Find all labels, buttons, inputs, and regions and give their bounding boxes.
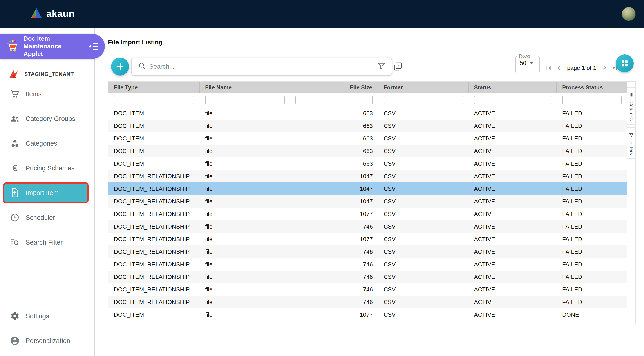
cell-status: ACTIVE — [468, 296, 557, 308]
filter-input-file-name[interactable] — [205, 96, 285, 104]
table-side-panel: Columns Filters — [627, 82, 636, 324]
cell-format: CSV — [378, 182, 468, 195]
cell-file-name: file — [200, 208, 290, 220]
columns-panel-tab[interactable]: Columns — [627, 87, 636, 124]
filter-input-status[interactable] — [474, 96, 551, 104]
column-header-format[interactable]: Format — [378, 82, 468, 93]
table-row[interactable]: DOC_ITEM_RELATIONSHIP file 746 CSV ACTIV… — [108, 245, 627, 258]
filter-input-format[interactable] — [384, 96, 463, 104]
cell-file-type: DOC_ITEM_RELATIONSHIP — [108, 170, 200, 182]
cell-format: CSV — [378, 132, 468, 145]
search-list-icon — [10, 237, 20, 248]
filters-panel-tab[interactable]: Filters — [627, 127, 636, 159]
cell-file-size: 746 — [290, 245, 378, 258]
table-row[interactable]: DOC_ITEM_RELATIONSHIP file 746 CSV ACTIV… — [108, 283, 627, 296]
table-row[interactable]: DOC_ITEM_RELATIONSHIP file 1047 CSV ACTI… — [108, 170, 627, 182]
table-row[interactable]: DOC_ITEM_RELATIONSHIP file 746 CSV ACTIV… — [108, 271, 627, 283]
cell-file-size: 746 — [290, 258, 378, 271]
sidebar-item-search-filter[interactable]: Search Filter — [0, 232, 95, 252]
cell-file-type: DOC_ITEM — [108, 157, 200, 170]
cell-process-status: FAILED — [557, 208, 627, 220]
tenant-row[interactable]: STAGING_TENANT — [0, 67, 95, 81]
sidebar-item-categories[interactable]: Categories — [0, 133, 95, 153]
cell-status: ACTIVE — [468, 233, 557, 245]
table-row[interactable]: DOC_ITEM_RELATIONSHIP file 746 CSV ACTIV… — [108, 220, 627, 233]
of-word: of — [587, 64, 592, 71]
cell-file-size: 1047 — [290, 170, 378, 182]
filter-input-file-size[interactable] — [296, 96, 373, 104]
next-page-button[interactable] — [600, 64, 608, 72]
table-row[interactable]: DOC_ITEM_RELATIONSHIP file 1077 CSV ACTI… — [108, 208, 627, 220]
first-page-button[interactable] — [544, 64, 553, 72]
rows-select[interactable]: 50 — [516, 59, 539, 66]
filter-input-process-status[interactable] — [562, 96, 622, 104]
svg-text:2: 2 — [397, 64, 399, 68]
sidebar-item-label: Settings — [26, 312, 49, 320]
column-header-file-type[interactable]: File Type — [108, 82, 200, 93]
table-row[interactable]: DOC_ITEM_RELATIONSHIP file 1047 CSV ACTI… — [108, 182, 627, 195]
cell-file-size: 663 — [290, 145, 378, 157]
cell-status: ACTIVE — [468, 195, 557, 208]
applet-cart-icon — [4, 38, 21, 55]
filter-input-file-type[interactable] — [114, 96, 194, 104]
sidebar-collapse-icon[interactable] — [88, 42, 98, 50]
cell-file-type: DOC_ITEM_RELATIONSHIP — [108, 245, 200, 258]
table-row[interactable]: DOC_ITEM_RELATIONSHIP file 1077 CSV ACTI… — [108, 233, 627, 245]
table-row[interactable]: DOC_ITEM_RELATIONSHIP file 746 CSV ACTIV… — [108, 296, 627, 308]
rows-label: Rows — [518, 53, 532, 59]
sidebar-item-import-item[interactable]: Import Item — [3, 182, 88, 203]
topbar: akaun — [0, 0, 644, 28]
add-button[interactable] — [111, 57, 129, 75]
column-header-process-status[interactable]: Process Status — [557, 82, 627, 93]
cell-process-status: FAILED — [557, 170, 627, 182]
sidebar-item-personalization[interactable]: Personalization — [0, 331, 95, 351]
user-avatar[interactable] — [622, 7, 636, 21]
cell-file-type: DOC_ITEM — [108, 132, 200, 145]
cell-file-name: file — [200, 182, 290, 195]
cell-status: ACTIVE — [468, 120, 557, 132]
cell-process-status: FAILED — [557, 220, 627, 233]
cell-status: ACTIVE — [468, 208, 557, 220]
pages-icon[interactable]: 2 — [392, 61, 402, 71]
table-row[interactable]: DOC_ITEM file 663 CSV ACTIVE FAILED — [108, 120, 627, 132]
sidebar-item-scheduler[interactable]: Scheduler — [0, 208, 95, 227]
cell-file-size: 746 — [290, 220, 378, 233]
cell-status: ACTIVE — [468, 107, 557, 120]
sidebar-item-label: Categories — [26, 140, 57, 147]
cell-file-name: file — [200, 245, 290, 258]
table-row[interactable]: DOC_ITEM_RELATIONSHIP file 1047 CSV ACTI… — [108, 195, 627, 208]
sidebar-item-items[interactable]: Items — [0, 84, 95, 104]
column-header-status[interactable]: Status — [468, 82, 557, 93]
sidebar-item-category-groups[interactable]: Category Groups — [0, 109, 95, 129]
cell-file-type: DOC_ITEM_RELATIONSHIP — [108, 271, 200, 283]
table-row[interactable]: DOC_ITEM file 663 CSV ACTIVE FAILED — [108, 132, 627, 145]
people-icon — [10, 113, 20, 124]
app-root: akaun Doc Item Maintenance Applet — [0, 0, 644, 356]
chevron-down-icon — [530, 62, 534, 64]
column-header-file-size[interactable]: File Size — [290, 82, 378, 93]
sidebar-item-settings[interactable]: Settings — [0, 306, 95, 326]
table-body: DOC_ITEM file 663 CSV ACTIVE FAILED DOC_… — [108, 107, 627, 318]
sidebar-item-pricing-schemes[interactable]: € Pricing Schemes — [0, 158, 95, 178]
search-input[interactable] — [149, 63, 377, 70]
table-row[interactable]: DOC_ITEM file 1077 CSV ACTIVE DONE — [108, 308, 627, 318]
table-row[interactable]: DOC_ITEM_RELATIONSHIP file 746 CSV ACTIV… — [108, 258, 627, 271]
cell-format: CSV — [378, 170, 468, 182]
cell-file-name: file — [200, 132, 290, 145]
column-header-file-name[interactable]: File Name — [200, 82, 290, 93]
table-row[interactable]: DOC_ITEM file 663 CSV ACTIVE FAILED — [108, 145, 627, 157]
cell-format: CSV — [378, 296, 468, 308]
sidebar-item-label: Personalization — [26, 337, 70, 345]
sidebar: Doc Item Maintenance Applet STAGING_TENA… — [0, 28, 95, 356]
cell-process-status: FAILED — [557, 296, 627, 308]
rows-per-page-control: Rows 50 — [516, 53, 540, 73]
filter-funnel-icon[interactable] — [377, 61, 386, 71]
table-row[interactable]: DOC_ITEM file 663 CSV ACTIVE FAILED — [108, 107, 627, 120]
sidebar-item-label: Items — [26, 90, 42, 98]
page-word: page — [567, 64, 580, 71]
cell-file-type: DOC_ITEM_RELATIONSHIP — [108, 233, 200, 245]
table-row[interactable]: DOC_ITEM file 663 CSV ACTIVE FAILED — [108, 157, 627, 170]
previous-page-button[interactable] — [555, 64, 563, 72]
grid-view-button[interactable] — [616, 54, 634, 72]
category-icon — [10, 138, 20, 149]
